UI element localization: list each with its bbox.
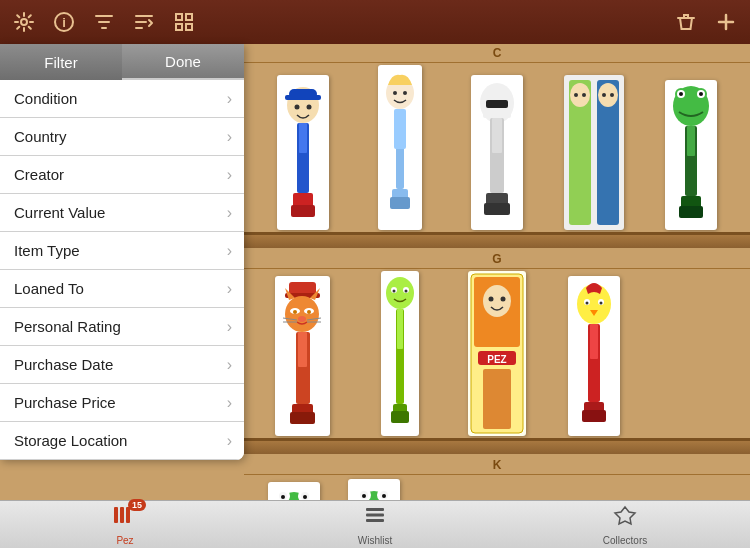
svg-point-41	[679, 92, 683, 96]
pez-tab-icon: 15	[112, 503, 138, 533]
list-item[interactable]	[643, 80, 740, 248]
add-icon[interactable]	[714, 10, 738, 34]
chevron-icon: ›	[227, 394, 232, 412]
section-label-c: C	[244, 44, 750, 63]
shelf-content: C	[244, 44, 750, 500]
svg-point-17	[393, 91, 397, 95]
svg-marker-117	[615, 507, 635, 524]
svg-point-99	[303, 495, 307, 499]
chevron-icon: ›	[227, 128, 232, 146]
svg-point-51	[285, 296, 319, 332]
list-item[interactable]	[254, 75, 351, 248]
svg-point-35	[598, 83, 618, 107]
chevron-icon: ›	[227, 356, 232, 374]
filter-item-personal-rating[interactable]: Personal Rating ›	[0, 308, 244, 346]
svg-point-11	[306, 105, 311, 110]
shelf-plank-c	[244, 232, 750, 248]
svg-point-87	[586, 302, 589, 305]
svg-rect-90	[590, 324, 598, 359]
svg-point-78	[483, 285, 511, 317]
svg-rect-75	[391, 411, 409, 423]
chevron-icon: ›	[227, 318, 232, 336]
delete-icon[interactable]	[674, 10, 698, 34]
svg-rect-25	[486, 100, 508, 108]
svg-rect-64	[298, 332, 307, 367]
pez-badge: 15	[128, 499, 146, 511]
svg-text:PEZ: PEZ	[487, 354, 506, 365]
tab-pez[interactable]: 15 Pez	[0, 503, 250, 546]
svg-rect-116	[366, 519, 384, 522]
wishlist-tab-label: Wishlist	[358, 535, 392, 546]
svg-rect-6	[186, 24, 192, 30]
svg-rect-15	[291, 205, 315, 217]
svg-point-32	[574, 93, 578, 97]
filter-item-purchase-date[interactable]: Purchase Date ›	[0, 346, 244, 384]
svg-rect-111	[114, 507, 118, 523]
settings-icon[interactable]	[12, 10, 36, 34]
chevron-icon: ›	[227, 166, 232, 184]
svg-point-80	[501, 297, 506, 302]
pez-tab-label: Pez	[116, 535, 133, 546]
filter-item-country[interactable]: Country ›	[0, 118, 244, 156]
collectors-tab-icon	[612, 503, 638, 533]
filter-dropdown: Filter Done Condition › Country › Creato…	[0, 44, 244, 460]
chevron-icon: ›	[227, 90, 232, 108]
list-item[interactable]	[546, 75, 643, 248]
filter-item-purchase-price[interactable]: Purchase Price ›	[0, 384, 244, 422]
svg-point-10	[294, 105, 299, 110]
svg-point-36	[602, 93, 606, 97]
list-item[interactable]	[254, 482, 334, 500]
filter-item-loaned-to[interactable]: Loaned To ›	[0, 270, 244, 308]
svg-rect-46	[687, 126, 695, 156]
wishlist-tab-icon	[362, 503, 388, 533]
svg-rect-9	[285, 95, 321, 100]
list-item[interactable]	[254, 276, 351, 454]
tab-wishlist[interactable]: Wishlist	[250, 503, 500, 546]
svg-rect-112	[120, 507, 124, 523]
filter-icon[interactable]	[92, 10, 116, 34]
list-item[interactable]	[334, 479, 414, 500]
sort-icon[interactable]	[132, 10, 156, 34]
svg-rect-4	[186, 14, 192, 20]
svg-rect-48	[679, 206, 703, 218]
svg-rect-114	[366, 508, 384, 511]
svg-rect-13	[299, 123, 307, 153]
filter-item-storage-location[interactable]: Storage Location ›	[0, 422, 244, 460]
filter-item-condition[interactable]: Condition ›	[0, 80, 244, 118]
toolbar-right	[674, 10, 738, 34]
tab-collectors[interactable]: Collectors	[500, 503, 750, 546]
svg-text:i: i	[62, 15, 66, 30]
filter-item-item-type[interactable]: Item Type ›	[0, 232, 244, 270]
svg-rect-66	[290, 412, 315, 424]
svg-point-57	[307, 310, 311, 314]
svg-rect-115	[366, 514, 384, 517]
section-label-g: G	[244, 250, 750, 269]
svg-point-105	[362, 494, 366, 498]
svg-point-31	[570, 83, 590, 107]
svg-rect-20	[394, 109, 406, 149]
list-item[interactable]	[351, 65, 448, 248]
svg-rect-29	[484, 203, 510, 215]
collectors-tab-label: Collectors	[603, 535, 647, 546]
svg-point-58	[298, 316, 306, 322]
chevron-icon: ›	[227, 432, 232, 450]
list-item[interactable]	[351, 271, 448, 454]
svg-rect-83	[483, 369, 511, 429]
filter-header: Filter Done	[0, 44, 244, 80]
svg-point-0	[21, 19, 27, 25]
shelf-row-g: PEZ	[244, 269, 750, 454]
list-item[interactable]	[546, 276, 643, 454]
list-item[interactable]: PEZ	[448, 271, 545, 454]
svg-point-33	[582, 93, 586, 97]
done-button[interactable]: Done	[122, 44, 244, 80]
grid-icon[interactable]	[172, 10, 196, 34]
filter-button[interactable]: Filter	[0, 44, 122, 80]
info-icon[interactable]: i	[52, 10, 76, 34]
tab-bar: 15 Pez Wishlist Collectors	[0, 500, 750, 548]
svg-rect-73	[397, 309, 403, 349]
svg-point-56	[293, 310, 297, 314]
svg-point-70	[392, 290, 395, 293]
list-item[interactable]	[448, 75, 545, 248]
filter-item-creator[interactable]: Creator ›	[0, 156, 244, 194]
filter-item-current-value[interactable]: Current Value ›	[0, 194, 244, 232]
